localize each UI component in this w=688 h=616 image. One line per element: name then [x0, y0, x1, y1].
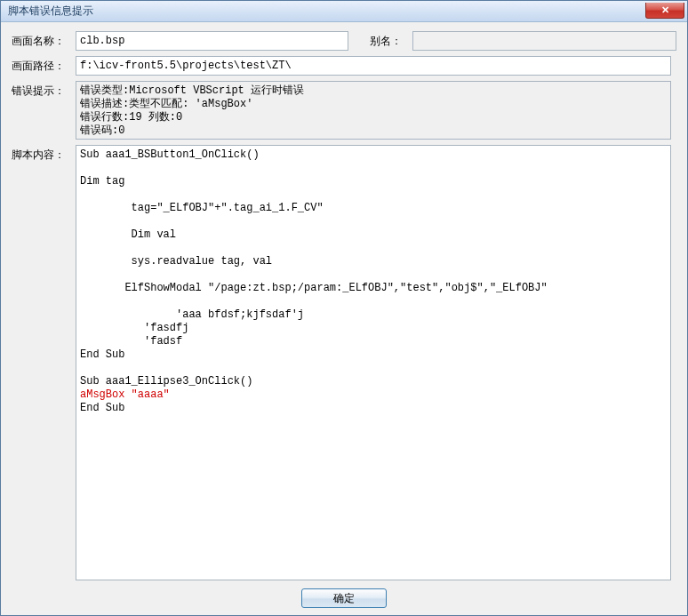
ok-button[interactable]: 确定 [301, 588, 387, 608]
script-line: End Sub [80, 348, 667, 362]
script-line: Sub aaa1_Ellipse3_OnClick() [80, 375, 667, 388]
ok-button-label: 确定 [333, 591, 355, 606]
label-script-content: 脚本内容： [12, 145, 70, 163]
window-title: 脚本错误信息提示 [8, 4, 93, 19]
dialog-window: 脚本错误信息提示 ✕ 画面名称： 别名： 画面路径： 错误提示： 错误类型:Mi… [0, 0, 688, 616]
script-line [80, 295, 667, 308]
screen-path-input[interactable] [76, 56, 671, 76]
script-line: 'fasdfj [80, 322, 667, 335]
error-line: 错误行数:19 列数:0 [80, 111, 667, 124]
script-line: 'aaa bfdsf;kjfsdaf'j [80, 308, 667, 322]
label-screen-path: 画面路径： [12, 56, 70, 74]
script-line: aMsgBox "aaaa" [80, 388, 667, 402]
script-line: ElfShowModal "/page:zt.bsp;/param:_ELfOB… [80, 282, 667, 295]
row-error-hint: 错误提示： 错误类型:Microsoft VBScript 运行时错误错误描述:… [12, 81, 676, 140]
error-line: 错误描述:类型不匹配: 'aMsgBox' [80, 98, 667, 111]
row-screen-name: 画面名称： 别名： [12, 31, 676, 51]
screen-name-input[interactable] [76, 31, 348, 51]
close-icon: ✕ [661, 4, 669, 16]
label-error-hint: 错误提示： [12, 81, 70, 99]
script-line: sys.readvalue tag, val [80, 255, 667, 268]
script-line [80, 162, 667, 175]
script-line: Dim val [80, 228, 667, 242]
script-line: Dim tag [80, 175, 667, 188]
close-button[interactable]: ✕ [645, 3, 684, 19]
script-line: 'fadsf [80, 335, 667, 348]
script-line: End Sub [80, 402, 667, 415]
error-line: 错误类型:Microsoft VBScript 运行时错误 [80, 84, 667, 98]
row-script-content: 脚本内容： Sub aaa1_BSButton1_OnClick() Dim t… [12, 145, 676, 580]
label-alias: 别名： [370, 31, 407, 49]
error-textarea[interactable]: 错误类型:Microsoft VBScript 运行时错误错误描述:类型不匹配:… [76, 81, 671, 140]
script-line: Sub aaa1_BSButton1_OnClick() [80, 148, 667, 162]
error-line: 错误码:0 [80, 124, 667, 138]
script-line [80, 362, 667, 375]
titlebar[interactable]: 脚本错误信息提示 ✕ [1, 1, 687, 22]
script-line [80, 215, 667, 228]
alias-input[interactable] [412, 31, 676, 51]
label-screen-name: 画面名称： [12, 31, 70, 49]
dialog-footer: 确定 [1, 586, 687, 615]
script-line [80, 268, 667, 282]
dialog-content: 画面名称： 别名： 画面路径： 错误提示： 错误类型:Microsoft VBS… [1, 22, 687, 586]
script-line [80, 188, 667, 202]
script-line: tag="_ELfOBJ"+".tag_ai_1.F_CV" [80, 202, 667, 215]
row-screen-path: 画面路径： [12, 56, 676, 76]
script-line [80, 242, 667, 255]
script-textarea[interactable]: Sub aaa1_BSButton1_OnClick() Dim tag tag… [76, 145, 671, 580]
